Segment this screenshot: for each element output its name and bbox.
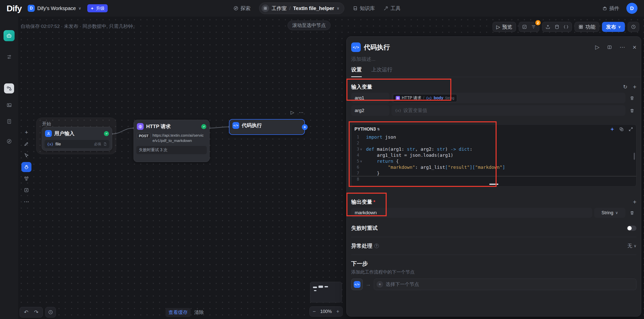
upgrade-button[interactable]: 升级: [87, 4, 108, 12]
sidebar-item-settings[interactable]: [4, 52, 14, 62]
export-image-button[interactable]: [21, 185, 31, 195]
workspace-selector[interactable]: D Dify's Workspace ∨: [28, 5, 81, 12]
output-type-select[interactable]: String ∨: [594, 208, 625, 218]
variable-name-input[interactable]: arg2: [351, 105, 389, 116]
code-lines[interactable]: 1import json23∨def main(arg1: str, arg2:…: [351, 134, 636, 182]
minimap[interactable]: [310, 282, 342, 302]
preview-button[interactable]: ▷ 预览: [493, 22, 516, 32]
copy-icon: [619, 127, 624, 132]
code-brackets-icon: [564, 24, 569, 29]
node-more-icon[interactable]: ⋯: [299, 110, 304, 115]
variable-row-arg2: arg2 {x} 设置变量值: [351, 105, 636, 116]
delete-output-button[interactable]: [627, 208, 636, 218]
input-field-row[interactable]: {x} file 必填: [45, 140, 109, 148]
sidebar-item-explore[interactable]: [4, 136, 14, 146]
hand-tool-button[interactable]: [21, 162, 31, 172]
features-button[interactable]: 功能: [575, 22, 599, 32]
close-panel-button[interactable]: ×: [633, 43, 636, 51]
checklist-count-badge: 2: [535, 19, 541, 26]
hand-icon: [24, 165, 29, 170]
output-name-input[interactable]: markdown: [351, 208, 592, 218]
panel-title: 代码执行: [364, 43, 592, 52]
node-code-execution[interactable]: </> 代码执行 +: [229, 119, 305, 135]
node-user-input[interactable]: 用户输入 {x} file 必填: [42, 127, 112, 151]
minimap-node: [314, 290, 316, 291]
variable-value-input[interactable]: {x} 设置变量值: [391, 105, 625, 116]
expand-editor-button[interactable]: [628, 127, 633, 132]
zoom-level[interactable]: 100%: [320, 309, 332, 314]
delete-variable-button[interactable]: [627, 93, 636, 103]
variable-value-input[interactable]: HTTP 请求 / {x} body String: [391, 93, 625, 103]
nav-explore[interactable]: 探索: [233, 5, 251, 12]
features-label: 功能: [585, 24, 595, 30]
description-placeholder[interactable]: 添加描述...: [351, 56, 636, 63]
add-node-button[interactable]: +: [21, 127, 31, 137]
run-node-button[interactable]: ▷: [595, 44, 599, 50]
delete-variable-button[interactable]: [627, 105, 636, 116]
retry-toggle[interactable]: [627, 226, 636, 231]
sidebar-item-logs[interactable]: [4, 116, 14, 126]
add-note-button[interactable]: [21, 139, 31, 149]
sidebar-item-preview[interactable]: [4, 100, 14, 110]
grid-icon: [578, 24, 583, 29]
variables-button[interactable]: [552, 22, 561, 31]
history-group: [628, 22, 639, 32]
variable-name-input[interactable]: arg1: [351, 93, 389, 103]
node-http-request[interactable]: HTTP 请求 POST https://api.textin.com/ai/s…: [134, 120, 210, 162]
nav-knowledge[interactable]: 知识库: [353, 5, 375, 12]
value-placeholder: 设置变量值: [403, 107, 427, 114]
nav-studio[interactable]: 工作室: [272, 5, 287, 12]
cursor-icon: [24, 153, 29, 158]
change-history-button[interactable]: [45, 307, 56, 317]
run-node-icon[interactable]: ▷: [291, 110, 294, 115]
pencil-icon: [24, 141, 29, 146]
shortcuts-button[interactable]: [561, 22, 571, 31]
pointer-tool-button[interactable]: [21, 150, 31, 161]
variable-reference-chip[interactable]: HTTP 请求 / {x} body String: [393, 94, 457, 102]
add-next-node-handle[interactable]: +: [302, 124, 308, 130]
nav-tools[interactable]: 工具: [383, 5, 400, 12]
add-variable-button[interactable]: +: [633, 83, 636, 90]
clear-cache-button[interactable]: 清除: [194, 309, 204, 316]
more-tools-button[interactable]: ⋯: [21, 197, 31, 207]
app-avatar: [262, 5, 269, 12]
variable-icon: {x}: [395, 109, 401, 113]
tab-last-run[interactable]: 上次运行: [371, 66, 392, 77]
publish-button[interactable]: 发布 ∨: [602, 22, 625, 32]
select-next-node-dropzone[interactable]: + 选择下一个节点: [374, 279, 636, 290]
editor-scrollbar[interactable]: [634, 153, 635, 160]
error-handling-select[interactable]: 无 ∨: [627, 243, 636, 249]
zoom-out-button[interactable]: −: [313, 308, 316, 314]
refresh-variables-button[interactable]: ↻: [623, 84, 627, 90]
clock-history-icon: [48, 310, 53, 315]
scroll-to-node-pill[interactable]: 滚动至选中节点: [288, 21, 331, 30]
current-app-breadcrumb[interactable]: 工作室 / TextIn file_helper ∨: [259, 3, 344, 14]
split-view-button[interactable]: [607, 45, 612, 50]
tidy-layout-button[interactable]: [21, 174, 31, 184]
next-step-subtitle: 添加此工作流程中的下一个节点: [351, 269, 636, 275]
export-button[interactable]: [543, 22, 552, 31]
chip-separator: /: [423, 96, 424, 100]
copy-code-button[interactable]: [619, 127, 624, 132]
undo-button[interactable]: ↶: [22, 308, 30, 316]
checklist-button[interactable]: [520, 22, 529, 31]
redo-button[interactable]: ↷: [32, 308, 41, 316]
ai-generate-button[interactable]: [610, 127, 615, 132]
tab-settings[interactable]: 设置: [351, 66, 362, 77]
panel-more-button[interactable]: ⋯: [620, 44, 625, 50]
user-avatar[interactable]: D: [626, 3, 637, 14]
sidebar-item-orchestrate[interactable]: [4, 83, 14, 93]
http-url: https://api.textin.com/ai/service/v1/pdf…: [152, 133, 206, 143]
add-output-button[interactable]: +: [633, 198, 636, 205]
retry-info: 失败时重试 3 次: [136, 146, 207, 154]
retry-label: 失败时重试: [351, 225, 627, 232]
plugins-button[interactable]: 插件: [602, 5, 619, 12]
code-editor[interactable]: PYTHON3 ⇅ 1import json23∨def main(arg1: …: [351, 124, 636, 187]
editor-resize-handle[interactable]: [489, 184, 498, 185]
zoom-in-button[interactable]: +: [336, 308, 339, 314]
language-selector[interactable]: PYTHON3 ⇅: [354, 127, 380, 132]
version-history-button[interactable]: [629, 22, 638, 31]
view-cache-button[interactable]: 查看缓存: [166, 308, 191, 317]
current-app-icon[interactable]: [4, 30, 15, 41]
language-label: PYTHON3: [354, 127, 376, 132]
